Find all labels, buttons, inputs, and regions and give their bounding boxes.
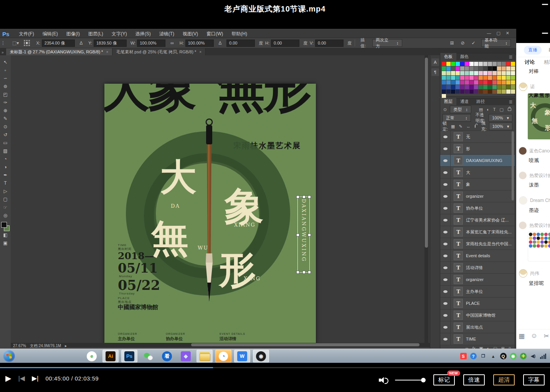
- visibility-toggle[interactable]: [440, 226, 451, 238]
- quick-mask-icon[interactable]: ◧: [3, 231, 7, 239]
- visibility-toggle[interactable]: [440, 202, 451, 214]
- color-swatch[interactable]: [488, 76, 492, 80]
- y-input[interactable]: 1839.50 像: [94, 40, 127, 47]
- filter-kind-select[interactable]: 类型↕: [450, 106, 471, 113]
- visibility-toggle[interactable]: [440, 321, 451, 333]
- layer-panel-tab[interactable]: 通道: [456, 98, 472, 105]
- color-swatch[interactable]: [488, 80, 492, 84]
- visibility-toggle[interactable]: [440, 214, 451, 226]
- color-swatch[interactable]: [460, 62, 464, 66]
- qq-icon[interactable]: Q: [500, 353, 507, 359]
- taskbar-photoshop[interactable]: Ps: [121, 350, 137, 362]
- color-swatch[interactable]: [511, 89, 515, 94]
- color-swatch[interactable]: [506, 76, 510, 80]
- network-icon[interactable]: [540, 354, 547, 359]
- menu-item[interactable]: 编辑(E): [38, 31, 62, 36]
- color-swatch[interactable]: [442, 85, 446, 89]
- color-swatch[interactable]: [442, 76, 446, 80]
- color-swatch[interactable]: [492, 71, 497, 75]
- color-swatch[interactable]: [502, 85, 506, 89]
- brush-tool[interactable]: ✎: [3, 115, 7, 123]
- path-selection-tool[interactable]: ▷: [3, 187, 7, 195]
- vskew-input[interactable]: 0.00: [315, 40, 344, 47]
- color-swatch[interactable]: [492, 62, 497, 66]
- color-swatch[interactable]: [465, 62, 469, 66]
- color-swatch[interactable]: [469, 85, 474, 89]
- menu-item[interactable]: 图层(L): [84, 31, 107, 36]
- workspace-select[interactable]: 基本功能↕: [481, 39, 511, 47]
- color-swatch[interactable]: [469, 76, 474, 80]
- color-swatch[interactable]: [511, 62, 515, 66]
- color-swatch[interactable]: [506, 89, 510, 94]
- history-brush-tool[interactable]: ↺: [3, 131, 7, 139]
- color-swatch[interactable]: [511, 76, 515, 80]
- dodge-tool[interactable]: ◑: [4, 163, 7, 171]
- layer-row[interactable]: TTIME: [440, 333, 515, 345]
- color-swatch[interactable]: [502, 76, 506, 80]
- color-swatch[interactable]: [460, 76, 464, 80]
- show-hidden-icons-icon[interactable]: ▲: [490, 353, 497, 359]
- color-swatch[interactable]: [469, 80, 474, 84]
- visibility-toggle[interactable]: [440, 190, 451, 202]
- visibility-toggle[interactable]: [440, 167, 451, 178]
- color-swatch[interactable]: [446, 66, 451, 71]
- layer-row[interactable]: Torganizer: [440, 190, 515, 202]
- lasso-tool[interactable]: ∽: [3, 74, 7, 83]
- color-swatch[interactable]: [497, 71, 501, 75]
- taskbar-photos-app[interactable]: ◆: [178, 350, 194, 362]
- color-swatch[interactable]: [469, 66, 474, 71]
- visibility-toggle[interactable]: [440, 333, 451, 345]
- color-swatch[interactable]: [451, 85, 455, 89]
- color-swatch[interactable]: [456, 80, 460, 84]
- color-swatch[interactable]: [492, 85, 497, 89]
- taskbar-file-explorer[interactable]: [197, 350, 213, 362]
- search-icon[interactable]: ⊙: [443, 107, 447, 112]
- filter-adjustment-icon[interactable]: ◐: [487, 107, 489, 112]
- taskbar-image-viewer[interactable]: 看: [159, 350, 175, 362]
- visibility-toggle[interactable]: [440, 286, 451, 297]
- interpolation-select[interactable]: 两次立方↕: [372, 39, 402, 47]
- subtitle-button[interactable]: 字幕: [523, 374, 545, 385]
- color-swatch[interactable]: [492, 80, 497, 84]
- close-tab-icon[interactable]: ×: [106, 50, 108, 54]
- layer-row[interactable]: Torganizer: [440, 274, 515, 286]
- cancel-transform-icon[interactable]: ⊘: [461, 40, 464, 46]
- color-swatch[interactable]: [488, 66, 492, 71]
- color-swatch[interactable]: [451, 71, 455, 75]
- color-swatch[interactable]: [483, 62, 487, 66]
- color-swatch[interactable]: [506, 80, 510, 84]
- visibility-toggle[interactable]: [440, 131, 451, 142]
- color-swatch[interactable]: [506, 66, 510, 71]
- minimize-icon[interactable]: —: [487, 31, 491, 36]
- screen-mode-icon[interactable]: ▣: [3, 239, 7, 247]
- visibility-toggle[interactable]: [440, 179, 451, 190]
- color-swatch[interactable]: [446, 76, 451, 80]
- taskbar-wps[interactable]: W: [234, 350, 250, 362]
- transform-selection[interactable]: [297, 197, 310, 273]
- color-swatch[interactable]: [465, 76, 469, 80]
- visibility-toggle[interactable]: [440, 238, 451, 250]
- chat-image-poster[interactable]: 大象無形大象無形: [528, 93, 550, 139]
- taskbar-illustrator[interactable]: Ai: [102, 350, 119, 362]
- color-swatch[interactable]: [446, 89, 451, 94]
- prev-button[interactable]: |◀: [18, 375, 25, 382]
- volume-icon[interactable]: ◀): [530, 353, 537, 359]
- color-swatch[interactable]: [465, 89, 469, 94]
- color-swatch[interactable]: [483, 89, 487, 94]
- help-icon[interactable]: ?: [470, 353, 477, 359]
- doc-tab[interactable]: 未标题-1 @ 27.7% (DAXIANGWUXING, RGB/8) *×: [6, 48, 113, 55]
- color-swatch[interactable]: [502, 80, 506, 84]
- layer-row[interactable]: T象: [440, 179, 515, 190]
- color-swatch[interactable]: [479, 62, 483, 66]
- color-swatch[interactable]: [492, 89, 497, 94]
- menu-item[interactable]: 选择(S): [131, 31, 155, 36]
- color-swatch[interactable]: [511, 66, 515, 71]
- progress-bar[interactable]: [0, 367, 550, 368]
- hand-tool[interactable]: ☞: [3, 203, 8, 212]
- hskew-input[interactable]: 0.00: [271, 40, 299, 47]
- layer-row[interactable]: T协办单位: [440, 202, 515, 214]
- layer-row[interactable]: T辽宁省美术家协会 辽...: [440, 214, 515, 226]
- layer-row[interactable]: T活动详情: [440, 262, 515, 274]
- healing-brush-tool[interactable]: ⊕: [3, 107, 7, 115]
- color-swatch[interactable]: [442, 66, 446, 71]
